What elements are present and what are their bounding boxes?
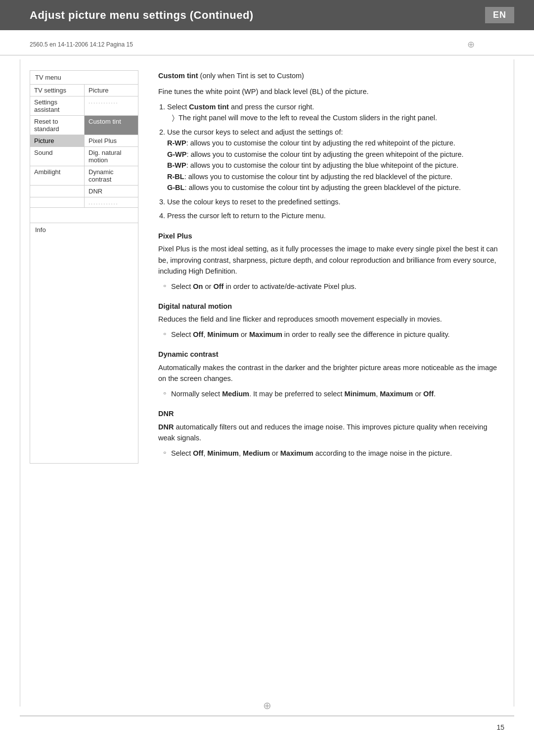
dynamic-contrast-bullets: Normally select Medium. It may be prefer… — [163, 388, 504, 399]
crosshair-bottom: ⊕ — [263, 700, 271, 711]
menu-left-empty — [30, 186, 85, 197]
menu-spacer — [30, 208, 138, 223]
menu-left-reset: Reset to standard — [30, 116, 85, 135]
menu-right-custom-tint: Custom tint — [85, 116, 138, 135]
menu-left-picture: Picture — [30, 135, 85, 146]
dnr-bullet-1: Select Off, Minimum, Medium or Maximum a… — [163, 448, 504, 459]
menu-right-picture: Picture — [85, 85, 138, 96]
page-number: 15 — [496, 723, 504, 731]
custom-tint-intro: Custom tint (only when Tint is set to Cu… — [158, 70, 504, 81]
step-1-sub: 〉 The right panel will move to the left … — [172, 112, 504, 123]
header-bar: Adjust picture menu settings (Continued)… — [0, 0, 534, 30]
side-line-right — [514, 59, 514, 707]
menu-right-dynamic-contrast: Dynamic contrast — [85, 166, 138, 185]
menu-row-dnr: DNR — [30, 186, 138, 197]
menu-left-tv-settings: TV settings — [30, 85, 85, 96]
pixel-plus-title: Pixel Plus — [158, 231, 504, 241]
custom-tint-subheading: (only when Tint is set to Custom) — [200, 72, 304, 80]
pixel-plus-description: Pixel Plus is the most ideal setting, as… — [158, 243, 504, 277]
main-content: TV menu TV settings Picture Settings ass… — [0, 55, 534, 478]
dynamic-contrast-bullet-1: Normally select Medium. It may be prefer… — [163, 388, 504, 399]
crosshair-top: ⊕ — [467, 39, 475, 50]
lang-badge: EN — [485, 7, 514, 23]
step-3: Use the colour keys to reset to the pred… — [167, 196, 504, 207]
step-1: Select Custom tint and press the cursor … — [167, 101, 504, 124]
dnr-title: DNR — [158, 408, 504, 419]
steps-list: Select Custom tint and press the cursor … — [167, 101, 504, 222]
step-1-sub-text: The right panel will move to the left to… — [178, 112, 437, 123]
menu-right-dnr: DNR — [85, 186, 138, 197]
custom-tint-description: Fine tunes the white point (WP) and blac… — [158, 86, 504, 97]
bottom-border — [20, 715, 514, 716]
page-meta-text: 2560.5 en 14-11-2006 14:12 Pagina 15 — [30, 41, 133, 48]
menu-row-sound: Sound Dig. natural motion — [30, 147, 138, 166]
page-meta: 2560.5 en 14-11-2006 14:12 Pagina 15 ⊕ — [0, 30, 534, 55]
step-2: Use the cursor keys to select and adjust… — [167, 127, 504, 193]
menu-right-dots-1: ............ — [85, 96, 138, 115]
pixel-plus-bullet-1: Select On or Off in order to activate/de… — [163, 281, 504, 292]
dnr-description: DNR automatically filters out and reduce… — [158, 422, 504, 444]
menu-left-settings-assistant: Settings assistant — [30, 96, 85, 115]
menu-row-ambilight: Ambilight Dynamic contrast — [30, 166, 138, 185]
menu-row-dots2: ............ — [30, 197, 138, 207]
pixel-plus-bullets: Select On or Off in order to activate/de… — [163, 281, 504, 292]
arrow-symbol: 〉 — [172, 112, 175, 123]
menu-right-dig-natural: Dig. natural motion — [85, 147, 138, 166]
menu-row-settings-assistant: Settings assistant ............ — [30, 96, 138, 115]
menu-info: Info — [30, 223, 138, 236]
dnr-bullets: Select Off, Minimum, Medium or Maximum a… — [163, 448, 504, 459]
tv-menu-header: TV menu — [30, 71, 138, 84]
menu-row-picture: Picture Pixel Plus — [30, 135, 138, 146]
side-line-left — [20, 59, 20, 707]
dynamic-contrast-description: Automatically makes the contrast in the … — [158, 362, 504, 384]
menu-left-empty2 — [30, 197, 85, 207]
menu-row-tv-settings: TV settings Picture — [30, 85, 138, 96]
digital-natural-bullet-1: Select Off, Minimum or Maximum in order … — [163, 329, 504, 340]
custom-tint-heading: Custom tint — [158, 72, 198, 80]
menu-left-ambilight: Ambilight — [30, 166, 85, 185]
page-title: Adjust picture menu settings (Continued) — [30, 9, 254, 22]
digital-natural-bullets: Select Off, Minimum or Maximum in order … — [163, 329, 504, 340]
text-content: Custom tint (only when Tint is set to Cu… — [158, 70, 504, 464]
dynamic-contrast-title: Dynamic contrast — [158, 349, 504, 360]
step-4: Press the cursor left to return to the P… — [167, 210, 504, 221]
menu-row-reset: Reset to standard Custom tint — [30, 116, 138, 135]
menu-right-pixel-plus: Pixel Plus — [85, 135, 138, 146]
tv-menu-panel: TV menu TV settings Picture Settings ass… — [30, 70, 138, 464]
menu-right-dots-2: ............ — [85, 197, 138, 207]
menu-left-sound: Sound — [30, 147, 85, 166]
digital-natural-title: Digital natural motion — [158, 301, 504, 312]
digital-natural-description: Reduces the field and line flicker and r… — [158, 314, 504, 325]
